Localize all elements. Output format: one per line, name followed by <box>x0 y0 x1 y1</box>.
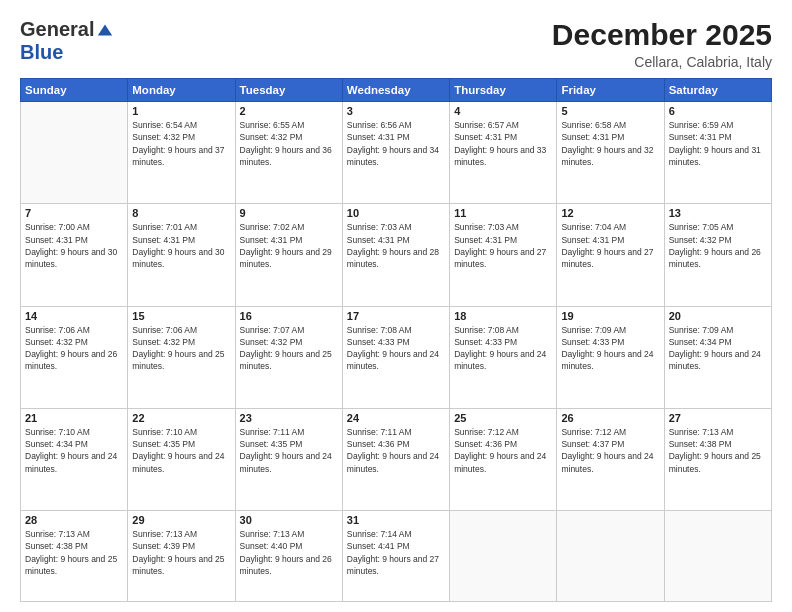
day-info: Sunrise: 7:11 AMSunset: 4:35 PMDaylight:… <box>240 426 338 475</box>
day-number: 17 <box>347 310 445 322</box>
day-number: 5 <box>561 105 659 117</box>
day-number: 26 <box>561 412 659 424</box>
day-number: 11 <box>454 207 552 219</box>
logo-blue-text: Blue <box>20 41 63 63</box>
day-number: 7 <box>25 207 123 219</box>
weekday-header: Monday <box>128 79 235 102</box>
calendar-cell: 23Sunrise: 7:11 AMSunset: 4:35 PMDayligh… <box>235 408 342 510</box>
calendar-cell: 6Sunrise: 6:59 AMSunset: 4:31 PMDaylight… <box>664 102 771 204</box>
calendar-cell <box>664 511 771 602</box>
logo-general: General <box>20 18 94 41</box>
day-info: Sunrise: 7:11 AMSunset: 4:36 PMDaylight:… <box>347 426 445 475</box>
day-info: Sunrise: 6:54 AMSunset: 4:32 PMDaylight:… <box>132 119 230 168</box>
day-number: 30 <box>240 514 338 526</box>
calendar-cell: 9Sunrise: 7:02 AMSunset: 4:31 PMDaylight… <box>235 204 342 306</box>
day-info: Sunrise: 6:55 AMSunset: 4:32 PMDaylight:… <box>240 119 338 168</box>
day-info: Sunrise: 7:06 AMSunset: 4:32 PMDaylight:… <box>25 324 123 373</box>
day-info: Sunrise: 7:12 AMSunset: 4:36 PMDaylight:… <box>454 426 552 475</box>
day-info: Sunrise: 7:03 AMSunset: 4:31 PMDaylight:… <box>347 221 445 270</box>
day-info: Sunrise: 7:10 AMSunset: 4:35 PMDaylight:… <box>132 426 230 475</box>
weekday-header-row: SundayMondayTuesdayWednesdayThursdayFrid… <box>21 79 772 102</box>
calendar-cell: 28Sunrise: 7:13 AMSunset: 4:38 PMDayligh… <box>21 511 128 602</box>
weekday-header: Friday <box>557 79 664 102</box>
calendar-week-row: 28Sunrise: 7:13 AMSunset: 4:38 PMDayligh… <box>21 511 772 602</box>
day-number: 18 <box>454 310 552 322</box>
calendar-cell <box>450 511 557 602</box>
calendar-week-row: 7Sunrise: 7:00 AMSunset: 4:31 PMDaylight… <box>21 204 772 306</box>
calendar-cell: 5Sunrise: 6:58 AMSunset: 4:31 PMDaylight… <box>557 102 664 204</box>
day-number: 24 <box>347 412 445 424</box>
day-info: Sunrise: 6:57 AMSunset: 4:31 PMDaylight:… <box>454 119 552 168</box>
calendar-cell: 18Sunrise: 7:08 AMSunset: 4:33 PMDayligh… <box>450 306 557 408</box>
calendar-cell: 4Sunrise: 6:57 AMSunset: 4:31 PMDaylight… <box>450 102 557 204</box>
calendar-cell: 25Sunrise: 7:12 AMSunset: 4:36 PMDayligh… <box>450 408 557 510</box>
weekday-header: Thursday <box>450 79 557 102</box>
weekday-header: Saturday <box>664 79 771 102</box>
calendar-cell: 22Sunrise: 7:10 AMSunset: 4:35 PMDayligh… <box>128 408 235 510</box>
calendar-cell: 13Sunrise: 7:05 AMSunset: 4:32 PMDayligh… <box>664 204 771 306</box>
calendar-cell: 2Sunrise: 6:55 AMSunset: 4:32 PMDaylight… <box>235 102 342 204</box>
calendar-cell: 14Sunrise: 7:06 AMSunset: 4:32 PMDayligh… <box>21 306 128 408</box>
logo-text: General <box>20 18 114 41</box>
day-info: Sunrise: 7:01 AMSunset: 4:31 PMDaylight:… <box>132 221 230 270</box>
day-number: 12 <box>561 207 659 219</box>
calendar-week-row: 21Sunrise: 7:10 AMSunset: 4:34 PMDayligh… <box>21 408 772 510</box>
day-info: Sunrise: 7:13 AMSunset: 4:39 PMDaylight:… <box>132 528 230 577</box>
day-number: 6 <box>669 105 767 117</box>
day-info: Sunrise: 7:12 AMSunset: 4:37 PMDaylight:… <box>561 426 659 475</box>
logo: General Blue <box>20 18 114 64</box>
day-number: 29 <box>132 514 230 526</box>
day-number: 22 <box>132 412 230 424</box>
day-info: Sunrise: 6:59 AMSunset: 4:31 PMDaylight:… <box>669 119 767 168</box>
weekday-header: Tuesday <box>235 79 342 102</box>
day-number: 16 <box>240 310 338 322</box>
calendar-cell: 26Sunrise: 7:12 AMSunset: 4:37 PMDayligh… <box>557 408 664 510</box>
day-info: Sunrise: 7:02 AMSunset: 4:31 PMDaylight:… <box>240 221 338 270</box>
day-number: 10 <box>347 207 445 219</box>
day-info: Sunrise: 6:56 AMSunset: 4:31 PMDaylight:… <box>347 119 445 168</box>
calendar-cell: 24Sunrise: 7:11 AMSunset: 4:36 PMDayligh… <box>342 408 449 510</box>
svg-marker-0 <box>98 24 112 35</box>
calendar-week-row: 1Sunrise: 6:54 AMSunset: 4:32 PMDaylight… <box>21 102 772 204</box>
calendar-cell <box>21 102 128 204</box>
month-title: December 2025 <box>552 18 772 52</box>
day-number: 2 <box>240 105 338 117</box>
day-info: Sunrise: 7:08 AMSunset: 4:33 PMDaylight:… <box>347 324 445 373</box>
weekday-header: Sunday <box>21 79 128 102</box>
calendar-cell: 19Sunrise: 7:09 AMSunset: 4:33 PMDayligh… <box>557 306 664 408</box>
day-number: 28 <box>25 514 123 526</box>
day-number: 27 <box>669 412 767 424</box>
day-info: Sunrise: 7:03 AMSunset: 4:31 PMDaylight:… <box>454 221 552 270</box>
day-number: 1 <box>132 105 230 117</box>
day-info: Sunrise: 7:14 AMSunset: 4:41 PMDaylight:… <box>347 528 445 577</box>
day-info: Sunrise: 7:13 AMSunset: 4:40 PMDaylight:… <box>240 528 338 577</box>
calendar-cell: 12Sunrise: 7:04 AMSunset: 4:31 PMDayligh… <box>557 204 664 306</box>
calendar-cell: 27Sunrise: 7:13 AMSunset: 4:38 PMDayligh… <box>664 408 771 510</box>
calendar-week-row: 14Sunrise: 7:06 AMSunset: 4:32 PMDayligh… <box>21 306 772 408</box>
day-number: 31 <box>347 514 445 526</box>
day-number: 20 <box>669 310 767 322</box>
day-info: Sunrise: 7:04 AMSunset: 4:31 PMDaylight:… <box>561 221 659 270</box>
day-number: 13 <box>669 207 767 219</box>
calendar-cell: 20Sunrise: 7:09 AMSunset: 4:34 PMDayligh… <box>664 306 771 408</box>
calendar-cell <box>557 511 664 602</box>
calendar-cell: 11Sunrise: 7:03 AMSunset: 4:31 PMDayligh… <box>450 204 557 306</box>
calendar-cell: 8Sunrise: 7:01 AMSunset: 4:31 PMDaylight… <box>128 204 235 306</box>
day-info: Sunrise: 7:05 AMSunset: 4:32 PMDaylight:… <box>669 221 767 270</box>
day-number: 14 <box>25 310 123 322</box>
day-number: 23 <box>240 412 338 424</box>
calendar-cell: 31Sunrise: 7:14 AMSunset: 4:41 PMDayligh… <box>342 511 449 602</box>
day-info: Sunrise: 7:06 AMSunset: 4:32 PMDaylight:… <box>132 324 230 373</box>
day-info: Sunrise: 7:09 AMSunset: 4:33 PMDaylight:… <box>561 324 659 373</box>
calendar-cell: 16Sunrise: 7:07 AMSunset: 4:32 PMDayligh… <box>235 306 342 408</box>
day-info: Sunrise: 6:58 AMSunset: 4:31 PMDaylight:… <box>561 119 659 168</box>
day-info: Sunrise: 7:09 AMSunset: 4:34 PMDaylight:… <box>669 324 767 373</box>
calendar-cell: 15Sunrise: 7:06 AMSunset: 4:32 PMDayligh… <box>128 306 235 408</box>
calendar-cell: 17Sunrise: 7:08 AMSunset: 4:33 PMDayligh… <box>342 306 449 408</box>
calendar-cell: 7Sunrise: 7:00 AMSunset: 4:31 PMDaylight… <box>21 204 128 306</box>
day-info: Sunrise: 7:13 AMSunset: 4:38 PMDaylight:… <box>669 426 767 475</box>
calendar-cell: 29Sunrise: 7:13 AMSunset: 4:39 PMDayligh… <box>128 511 235 602</box>
weekday-header: Wednesday <box>342 79 449 102</box>
day-info: Sunrise: 7:13 AMSunset: 4:38 PMDaylight:… <box>25 528 123 577</box>
calendar-cell: 21Sunrise: 7:10 AMSunset: 4:34 PMDayligh… <box>21 408 128 510</box>
